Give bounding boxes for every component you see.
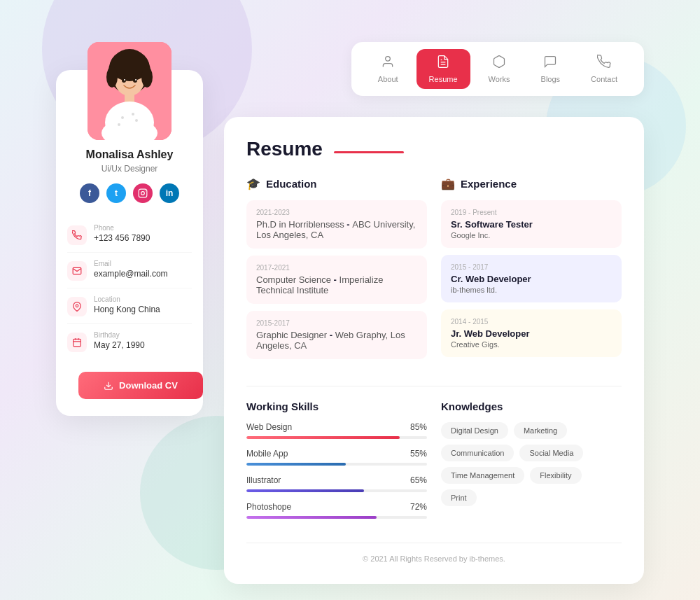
skill-webdesign-percent: 85% — [410, 422, 427, 432]
exp-title-2: Cr. Web Developer — [451, 274, 612, 284]
skill-illustrator-bar — [246, 489, 364, 492]
nav-works[interactable]: Works — [476, 49, 523, 89]
edu-item-1: 2021-2023 Ph.D in Horriblensess - ABC Un… — [246, 200, 427, 249]
contact-birthday: Birthday May 27, 1990 — [67, 324, 192, 359]
skill-webdesign-bar-bg — [246, 436, 427, 439]
resume-title-underline — [334, 151, 404, 153]
svg-point-42 — [121, 116, 124, 119]
email-icon — [67, 261, 87, 281]
skill-webdesign-name: Web Design — [246, 422, 292, 432]
skill-mobileapp-percent: 55% — [410, 449, 427, 459]
skill-webdesign: Web Design 85% — [246, 422, 427, 439]
profile-photo — [88, 42, 172, 140]
nav-resume[interactable]: Resume — [416, 49, 470, 89]
nav-contact[interactable]: Contact — [578, 49, 630, 89]
experience-icon: 💼 — [441, 177, 455, 190]
svg-point-45 — [118, 123, 120, 126]
skill-mobileapp-header: Mobile App 55% — [246, 449, 427, 459]
education-icon: 🎓 — [246, 177, 260, 190]
exp-year-3: 2014 - 2015 — [451, 318, 612, 326]
svg-rect-54 — [74, 339, 81, 347]
svg-point-48 — [124, 79, 125, 81]
education-heading-label: Education — [266, 178, 317, 190]
edu-year-2: 2017-2021 — [256, 264, 417, 272]
exp-company-3: Creative Gigs. — [451, 340, 612, 349]
skill-mobileapp-bar — [246, 463, 346, 466]
facebook-icon[interactable]: f — [80, 183, 99, 203]
edu-item-2: 2017-2021 Computer Science - Imperialize… — [246, 256, 427, 304]
about-nav-label: About — [378, 75, 398, 83]
skill-photoshop-percent: 72% — [410, 502, 427, 512]
skill-mobileapp-bar-bg — [246, 463, 427, 466]
skill-photoshop: Photoshope 72% — [246, 502, 427, 519]
resume-footer: © 2021 All Rights Reserved by ib-themes. — [246, 543, 622, 563]
location-icon — [67, 297, 87, 316]
contact-location: Location Hong Kong China — [67, 288, 192, 324]
experience-heading: 💼 Experience — [441, 177, 622, 190]
right-panel: About Resume Works — [224, 42, 644, 584]
resume-title-section: Resume — [246, 138, 622, 160]
birthday-icon — [67, 333, 87, 352]
download-cv-button[interactable]: Download CV — [78, 372, 203, 399]
svg-rect-39 — [125, 92, 134, 103]
contact-nav-icon — [597, 55, 611, 72]
about-nav-icon — [381, 55, 395, 72]
nav-blogs[interactable]: Blogs — [528, 49, 573, 89]
exp-year-2: 2015 - 2017 — [451, 263, 612, 271]
linkedin-icon[interactable]: in — [160, 183, 179, 203]
works-nav-icon — [492, 55, 506, 72]
email-contact-detail: Email example@mail.com — [94, 260, 168, 279]
instagram-icon[interactable] — [133, 183, 153, 203]
skills-knowledge-section: Working Skills Web Design 85% Mo — [246, 400, 622, 529]
svg-point-43 — [132, 113, 134, 116]
education-heading: 🎓 Education — [246, 177, 427, 190]
exp-title-3: Jr. Web Developer — [451, 328, 612, 339]
works-nav-label: Works — [489, 75, 510, 83]
birthday-contact-detail: Birthday May 27, 1990 — [94, 331, 145, 350]
twitter-icon[interactable]: t — [106, 183, 126, 203]
skill-illustrator-bar-bg — [246, 489, 427, 492]
svg-point-37 — [106, 67, 118, 88]
phone-contact-detail: Phone +123 456 7890 — [94, 224, 150, 243]
knowledge-heading: Knowledges — [441, 400, 622, 412]
skill-mobileapp: Mobile App 55% — [246, 449, 427, 466]
edu-title-1: Ph.D in Horriblensess - ABC University, … — [256, 219, 417, 240]
exp-item-3: 2014 - 2015 Jr. Web Developer Creative G… — [441, 309, 622, 357]
experience-heading-label: Experience — [461, 178, 517, 190]
svg-point-53 — [76, 305, 78, 307]
exp-item-1: 2019 - Present Sr. Software Tester Googl… — [441, 200, 622, 248]
skill-webdesign-header: Web Design 85% — [246, 422, 427, 432]
phone-icon — [67, 225, 87, 245]
svg-point-49 — [135, 79, 136, 81]
skill-mobileapp-name: Mobile App — [246, 449, 288, 459]
skill-photoshop-bar — [246, 516, 377, 519]
svg-point-52 — [145, 190, 146, 191]
location-label: Location — [94, 295, 160, 303]
skill-illustrator: Illustrator 65% — [246, 475, 427, 492]
knowledge-tags: Digital Design Marketing Communication S… — [441, 422, 622, 506]
contact-email: Email example@mail.com — [67, 253, 192, 288]
skills-heading: Working Skills — [246, 400, 427, 412]
blogs-nav-label: Blogs — [541, 75, 561, 83]
social-links: f t in — [56, 183, 203, 203]
skills-heading-label: Working Skills — [246, 400, 318, 412]
nav-about[interactable]: About — [365, 49, 411, 89]
photo-wrapper — [56, 42, 203, 140]
resume-nav-label: Resume — [429, 75, 458, 83]
edu-item-3: 2015-2017 Graphic Designer - Web Graphy,… — [246, 311, 427, 359]
skill-photoshop-name: Photoshope — [246, 502, 291, 512]
divider — [246, 386, 622, 386]
edu-year-3: 2015-2017 — [256, 319, 417, 327]
knowledge-heading-label: Knowledges — [441, 400, 503, 412]
exp-year-1: 2019 - Present — [451, 209, 612, 216]
tag-flexibility: Flexibility — [530, 467, 581, 484]
svg-point-44 — [135, 119, 138, 122]
person-avatar-svg — [88, 42, 172, 140]
edu-exp-section: 🎓 Education 2021-2023 Ph.D in Horriblens… — [246, 177, 622, 366]
exp-item-2: 2015 - 2017 Cr. Web Developer ib-themes … — [441, 255, 622, 302]
edu-title-2: Computer Science - Imperialize Technical… — [256, 274, 417, 295]
resume-heading: Resume — [246, 138, 323, 160]
profile-title: Ui/Ux Designer — [56, 164, 203, 174]
phone-label: Phone — [94, 224, 150, 232]
contact-nav-label: Contact — [591, 75, 617, 83]
